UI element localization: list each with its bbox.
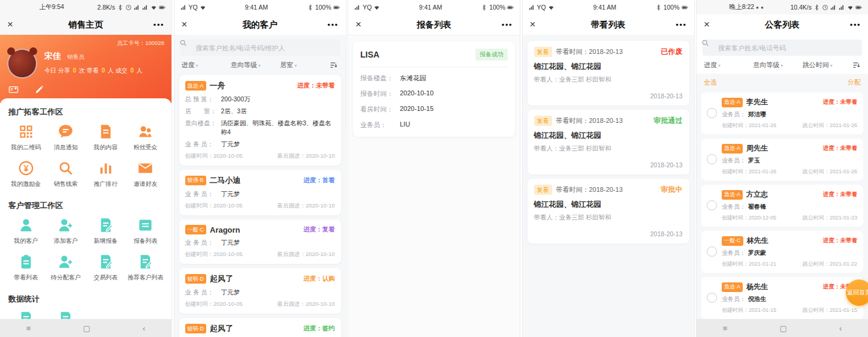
status-left: YQ xyxy=(180,4,206,11)
jump-value: 2021-01-15 xyxy=(830,307,857,313)
chevron-down-icon: ▾ xyxy=(196,63,198,68)
more-menu-icon[interactable]: ••• xyxy=(837,20,861,29)
close-icon[interactable]: × xyxy=(355,19,379,31)
status-right: 100% xyxy=(481,4,514,11)
grid-item-invite-friends[interactable]: 邀请好友 xyxy=(126,160,166,188)
assign-button[interactable]: 分配 xyxy=(848,78,861,87)
more-menu-icon[interactable]: ••• xyxy=(663,20,687,29)
jump-value: 2021-01-22 xyxy=(830,261,857,267)
grid-item-my-qrcode[interactable]: 我的二维码 xyxy=(6,124,46,152)
grid-item-new-report[interactable]: 新增报备 xyxy=(86,217,126,245)
status-bar: 晚上8:22●● 10.4K/s xyxy=(697,0,868,14)
customer-mgmt-grid: 我的客户 添加客户 新增报备 报备列表 带看列表 待分配客户 交易列表 推荐客户… xyxy=(6,213,165,288)
viewing-agent: 带看人：业务三部 杉田智和 xyxy=(534,76,683,84)
viewing-card[interactable]: 复看 带看时间：2018-20-13 已作废 锦江花园、锦江花园 带看人：业务三… xyxy=(528,41,689,106)
edit-pencil-icon[interactable] xyxy=(34,85,44,95)
grid-item-notifications[interactable]: 消息通知 xyxy=(46,124,86,152)
wifi-icon xyxy=(548,4,554,11)
filter-jump-time[interactable]: 跳公时间▾ xyxy=(803,61,849,70)
detail-row: 居 室：2居、3居 xyxy=(185,107,335,115)
viewing-card[interactable]: 复看 带看时间：2018-20-13 审批通过 锦江花园、锦江花园 带看人：业务… xyxy=(528,110,689,174)
recents-button[interactable]: ≡ xyxy=(26,324,31,333)
public-customer-item[interactable]: 急迫·A 方立志 进度：未带看 业务员：翟春锋 创建时间：2020-12-05 … xyxy=(701,185,863,227)
filter-intent-level[interactable]: 意向等级▾ xyxy=(231,61,278,70)
back-button[interactable]: ‹ xyxy=(839,324,842,333)
back-to-home-fab[interactable]: 返回首页 xyxy=(846,279,868,306)
customer-card[interactable]: 较强·B 二马小迪 进度：首看 业 务 员：丁元梦 创建时间：2020-10-0… xyxy=(179,170,341,215)
viewing-card[interactable]: 复看 带看时间：2018-20-13 审批中 锦江花园、锦江花园 带看人：业务三… xyxy=(528,179,689,243)
customer-name: 一舟 xyxy=(210,80,297,91)
employee-card-value: 100028 xyxy=(145,40,164,46)
grid-item-report-list[interactable]: 报备列表 xyxy=(126,217,166,245)
select-checkbox[interactable] xyxy=(707,246,717,257)
customer-card[interactable]: 急迫·A 一舟 进度：未带看 总 预 算：200-300万 居 室：2居、3居 … xyxy=(179,75,341,166)
customer-card[interactable]: 一般·C Aragorn 进度：复看 业 务 员：丁元梦 创建时间：2020-1… xyxy=(179,219,341,264)
grid-item-promo-ranking[interactable]: 推广排行 xyxy=(86,160,126,188)
recents-button[interactable]: ≡ xyxy=(723,324,728,333)
progress-label: 进度： xyxy=(823,283,840,290)
report-card[interactable]: LISA 报备成功 报备楼盘：东滩花园 报备时间：2020-10-10 看房时间… xyxy=(353,41,515,137)
close-icon[interactable]: × xyxy=(7,19,31,31)
close-icon[interactable]: × xyxy=(530,19,554,31)
search-input[interactable] xyxy=(180,40,340,56)
filter-progress[interactable]: 进度▾ xyxy=(182,61,228,70)
grid-item-add-customer[interactable]: 添加客户 xyxy=(46,217,86,245)
detail-label: 意向楼盘： xyxy=(185,119,221,136)
viewing-status: 审批中 xyxy=(661,185,683,195)
public-customer-item[interactable]: 急迫·A 杨先生 进度：未带看 业务员：倪浩生 创建时间：2021-01-15 … xyxy=(701,277,863,319)
section-title-statistics: 数据统计 xyxy=(6,288,165,307)
viewing-agent-label: 带看人： xyxy=(534,213,559,221)
close-icon[interactable]: × xyxy=(704,19,728,31)
filter-intent-level[interactable]: 意向等级▾ xyxy=(753,61,800,70)
search-input[interactable] xyxy=(703,40,862,56)
avatar[interactable] xyxy=(7,49,37,79)
workspace-panel: 推广拓客工作区 我的二维码 消息通知 我的内容 粉丝受众 我的激励金 销售线索 … xyxy=(0,98,171,337)
more-menu-icon[interactable]: ••• xyxy=(315,20,339,29)
filter-rooms[interactable]: 居室▾ xyxy=(280,61,327,70)
detail-value: 丁元梦 xyxy=(221,140,240,148)
grid-item-my-content[interactable]: 我的内容 xyxy=(86,124,126,152)
more-menu-icon[interactable]: ••• xyxy=(489,20,513,29)
business-card-icon[interactable] xyxy=(8,85,19,95)
created-value: 2020-10-05 xyxy=(213,152,243,159)
grid-item-incentive[interactable]: 我的激励金 xyxy=(6,160,46,188)
doc-lines-icon xyxy=(137,217,153,233)
home-button[interactable]: ▢ xyxy=(83,324,90,333)
created-time: 创建时间：2021-01-15 xyxy=(722,306,776,314)
grid-item-unassigned-customers[interactable]: 待分配客户 xyxy=(46,254,86,282)
detail-label: 业 务 员： xyxy=(185,288,221,296)
select-checkbox[interactable] xyxy=(707,154,717,164)
home-button[interactable]: ▢ xyxy=(779,324,786,333)
public-customer-item[interactable]: 一般·C 林先生 进度：未带看 业务员：罗庆蒙 创建时间：2021-01-21 … xyxy=(701,231,863,273)
grid-item-viewing-list[interactable]: 带看列表 xyxy=(6,254,46,282)
customer-card[interactable]: 较弱·D 起风了 进度：签约 业 务 员：丁元梦 创建时间：2020-10-05… xyxy=(179,318,341,337)
close-icon[interactable]: × xyxy=(182,19,206,31)
select-all-button[interactable]: 全选 xyxy=(704,78,717,87)
grid-item-deal-list[interactable]: 交易列表 xyxy=(86,254,126,282)
agent-value: 倪浩生 xyxy=(748,295,766,303)
customer-card[interactable]: 较弱·D 起风了 进度：认购 业 务 员：丁元梦 创建时间：2020-10-05… xyxy=(179,268,341,314)
grid-item-fans[interactable]: 粉丝受众 xyxy=(126,124,166,152)
progress-value: 认购 xyxy=(323,275,335,282)
grid-item-recommended-customers[interactable]: 推荐客户列表 xyxy=(126,254,166,282)
profile-header: 员工卡号：100028 宋佳 销售员 今日 分享 0 次 带看 0 人 成交 xyxy=(0,35,171,103)
public-customer-item[interactable]: 急迫·A 周先生 进度：未带看 业务员：罗玉 创建时间：2021-01-26 跳… xyxy=(701,139,863,180)
select-checkbox[interactable] xyxy=(707,108,717,118)
grid-item-sales-leads[interactable]: 销售线索 xyxy=(46,160,86,188)
agent-value: 翟春锋 xyxy=(748,203,766,211)
bluetooth-icon xyxy=(481,4,487,11)
status-time: 9:41 AM xyxy=(554,4,655,11)
customer-name: 起风了 xyxy=(210,323,303,334)
more-menu-icon[interactable]: ••• xyxy=(140,20,164,29)
back-button[interactable]: ‹ xyxy=(143,324,145,333)
grade-badge: 急迫·A xyxy=(722,144,743,154)
search-icon xyxy=(701,39,709,47)
public-customer-item[interactable]: 急迫·A 李先生 进度：未带看 业务员：郑洁璎 创建时间：2021-01-26 … xyxy=(701,92,863,134)
select-checkbox[interactable] xyxy=(707,293,717,303)
select-checkbox[interactable] xyxy=(707,200,717,210)
progress-status: 进度：未带看 xyxy=(823,98,857,106)
filter-progress[interactable]: 进度▾ xyxy=(704,61,751,70)
sort-icon[interactable] xyxy=(852,61,861,70)
sort-icon[interactable] xyxy=(329,61,338,70)
grid-item-my-customers[interactable]: 我的客户 xyxy=(6,217,46,245)
